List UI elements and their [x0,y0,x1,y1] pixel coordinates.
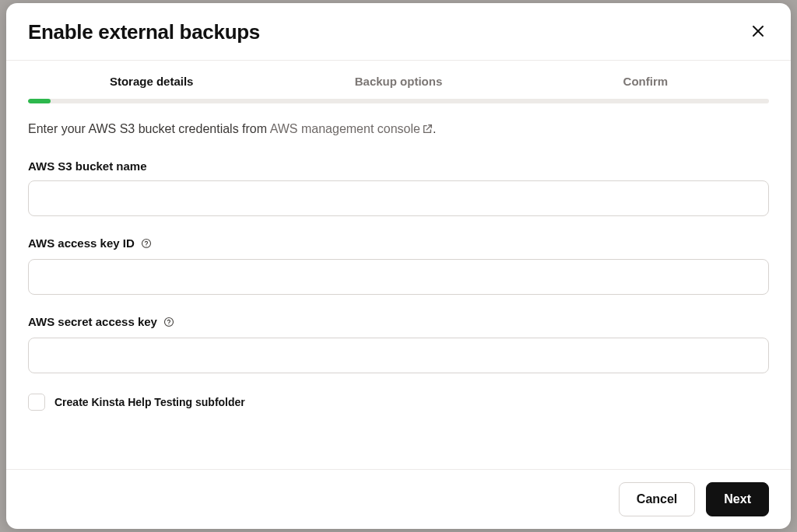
step-label: Confirm [623,75,669,88]
secret-key-label: AWS secret access key [28,315,769,330]
access-key-input[interactable] [28,259,769,295]
modal-title: Enable external backups [28,20,260,44]
wizard-steps: Storage details Backup options Confirm [6,61,791,99]
subfolder-checkbox-row: Create Kinsta Help Testing subfolder [28,394,769,411]
field-access-key: AWS access key ID [28,236,769,295]
cancel-button[interactable]: Cancel [619,482,695,516]
close-icon [752,25,764,40]
step-label: Storage details [110,75,194,88]
access-key-label: AWS access key ID [28,236,769,251]
step-backup-options[interactable]: Backup options [275,75,521,99]
step-confirm[interactable]: Confirm [522,75,769,99]
subfolder-checkbox[interactable] [28,394,45,411]
svg-point-2 [142,239,150,247]
access-key-label-text: AWS access key ID [28,236,135,250]
enable-external-backups-modal: Enable external backups Storage details … [6,3,791,529]
modal-footer: Cancel Next [6,469,791,529]
progress-fill [28,99,51,103]
field-secret-key: AWS secret access key [28,315,769,373]
help-icon[interactable] [141,238,152,251]
secret-key-label-text: AWS secret access key [28,315,157,328]
aws-console-link[interactable]: AWS management console [270,122,433,135]
step-label: Backup options [355,75,443,88]
secret-key-input[interactable] [28,338,769,373]
external-link-icon [422,124,433,138]
subfolder-checkbox-label: Create Kinsta Help Testing subfolder [54,396,245,408]
svg-point-4 [165,317,174,326]
help-icon[interactable] [163,317,174,330]
progress-track [28,99,769,103]
modal-header: Enable external backups [6,3,791,61]
svg-point-5 [169,324,170,325]
next-button[interactable]: Next [706,482,769,516]
field-bucket-name: AWS S3 bucket name [28,159,769,216]
intro-text: Enter your AWS S3 bucket credentials fro… [28,122,769,138]
intro-suffix: . [433,122,436,135]
step-storage-details[interactable]: Storage details [28,75,275,99]
bucket-name-input[interactable] [28,180,769,216]
close-button[interactable] [747,20,769,44]
bucket-name-label: AWS S3 bucket name [28,159,769,173]
svg-point-3 [146,246,146,247]
intro-prefix: Enter your AWS S3 bucket credentials fro… [28,122,270,135]
modal-body: Enter your AWS S3 bucket credentials fro… [6,103,791,469]
link-text: AWS management console [270,122,420,135]
